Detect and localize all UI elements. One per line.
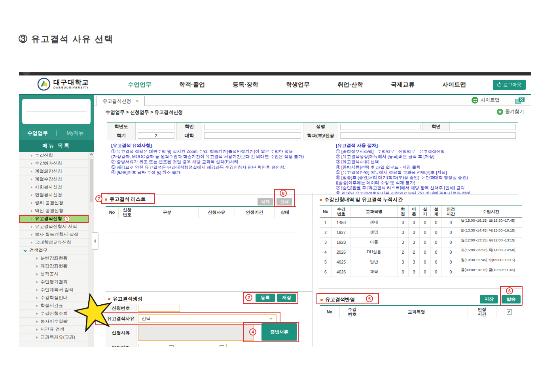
- breadcrumb-row: 수업업무 > 신청업무 > 유고결석신청 즐겨찾기: [94, 106, 531, 117]
- tab-close-icon[interactable]: ×: [136, 98, 138, 104]
- college-input[interactable]: [204, 132, 301, 139]
- send-button[interactable]: 발송: [502, 295, 521, 303]
- nav-item-6[interactable]: 국제교류: [391, 81, 415, 89]
- nav-item-3[interactable]: 등록·장학: [233, 81, 258, 89]
- arrow-right-icon: [36, 281, 38, 283]
- sidebar-item[interactable]: 계절수강신청: [19, 175, 89, 183]
- semester-input[interactable]: [138, 132, 174, 139]
- sidebar-item[interactable]: 수업평가결과: [19, 278, 89, 286]
- sidebar-item[interactable]: 백신 공결신청: [19, 207, 89, 215]
- create-save-button[interactable]: 저장: [277, 294, 296, 302]
- name-input[interactable]: [340, 124, 421, 130]
- arrow-right-icon: [36, 297, 38, 299]
- sidebar-item[interactable]: 수강허가신청: [19, 160, 89, 168]
- notice-line: (가상강좌, MOOC강좌 등 원격수업과 학습기간이 유고결석 허용기간보다 …: [111, 154, 333, 159]
- table-cell: 0: [430, 267, 441, 277]
- collapse-handle[interactable]: [92, 232, 98, 250]
- sidebar-item[interactable]: 시간표 검색: [19, 326, 89, 334]
- reflect-table: No수강 번호교과목명인정 시간: [320, 305, 522, 318]
- sidebar-item-label: 계절수강신청: [35, 176, 62, 182]
- notice-line: ① [종합정보시스템] - 수업업무 - 신청업무 - 유고결석신청: [336, 149, 516, 154]
- sidebar-item[interactable]: 분반강좌현황: [19, 254, 89, 262]
- table-cell: 2: [408, 247, 419, 257]
- reason-select-value: 선택: [142, 316, 151, 322]
- table-cell: 3: [397, 267, 408, 277]
- list-section-title: 유고결석 리스트: [105, 196, 146, 203]
- reflect-save-button[interactable]: 저장: [480, 295, 498, 303]
- sidebar-item[interactable]: 폐강강좌현황: [19, 262, 89, 270]
- attach-button[interactable]: 증빙서류: [261, 323, 297, 341]
- sidebar-item[interactable]: 수강학점안내: [19, 294, 89, 302]
- table-cell: 화(15:00~15:50) 목(14:00~14:50): [460, 247, 522, 257]
- scroll-thumb[interactable]: [90, 159, 93, 202]
- tab-absence-application[interactable]: 유고결석신청 ×: [97, 96, 145, 106]
- table-cell: 0: [430, 237, 441, 247]
- grade-input[interactable]: [452, 124, 516, 130]
- enroll-section-title: 수강신청내역 및 유고결석 누적시간: [320, 196, 403, 203]
- sidebar-tab-mymenu[interactable]: My메뉴: [57, 130, 94, 137]
- academic-year-input[interactable]: [138, 124, 174, 130]
- divider: [313, 193, 313, 347]
- sidebar-item[interactable]: 사회봉사신청: [19, 183, 89, 191]
- application-no-input[interactable]: [138, 305, 180, 312]
- arrow-right-icon: [31, 194, 32, 196]
- header-checkbox[interactable]: [507, 309, 512, 315]
- register-button[interactable]: 등록: [256, 294, 275, 302]
- sitemap-chip[interactable]: 사이트맵: [472, 97, 500, 104]
- calendar-icon[interactable]: [169, 345, 174, 347]
- major-input[interactable]: [340, 132, 516, 139]
- menu-list-title: 메뉴 목록: [19, 140, 94, 152]
- table-cell: 0: [419, 218, 430, 227]
- table-cell: 0: [430, 218, 441, 227]
- window-close-icon[interactable]: [515, 97, 525, 104]
- nav-item-5[interactable]: 취업·산학: [337, 81, 363, 89]
- sidebar-item[interactable]: 수강신청조회: [19, 310, 89, 318]
- user-info-box: [22, 99, 91, 124]
- sidebar-item[interactable]: 생리 공결신청: [19, 199, 89, 207]
- table-cell: 1450: [331, 218, 350, 227]
- sidebar-item[interactable]: 봉사이수열람: [19, 318, 89, 326]
- arrow-right-icon: [31, 241, 32, 244]
- semester-label: 학기: [107, 131, 136, 140]
- sidebar-item[interactable]: 헌혈봉사신청: [19, 191, 89, 199]
- student-no-input[interactable]: [204, 124, 301, 130]
- column-header: No: [106, 207, 118, 218]
- sidebar-item-label: 유고결석신청: [35, 216, 62, 222]
- table-cell: 2026: [331, 247, 350, 257]
- sitemap-icon: [472, 97, 478, 104]
- table-cell: 0: [430, 247, 441, 257]
- sidebar-item[interactable]: 성적공시: [19, 270, 89, 278]
- sidebar-item[interactable]: 유고결석신청서 서식: [19, 223, 89, 231]
- arrow-right-icon: [31, 162, 32, 165]
- sidebar-item[interactable]: 수강신청: [19, 152, 89, 160]
- column-header: 신청사유: [198, 207, 235, 218]
- sidebar-item-label: 계절희망신청: [35, 168, 62, 174]
- sidebar-tab-lecture[interactable]: 수업업무: [19, 130, 56, 137]
- nav-item-7[interactable]: 사이트맵: [442, 81, 466, 89]
- sidebar-item[interactable]: 교과목개요(교과): [19, 334, 89, 341]
- sidebar-item[interactable]: 유고결석신청1: [19, 215, 89, 223]
- scroll-up-icon[interactable]: [90, 153, 93, 156]
- nav-item-4[interactable]: 학생업무: [286, 81, 310, 89]
- delete-button[interactable]: 삭제: [258, 198, 273, 205]
- sidebar-item[interactable]: 계절희망신청: [19, 168, 89, 175]
- sidebar-item-label: 학생시간표: [40, 303, 63, 309]
- university-logo[interactable]: 대구대학교 DAEGUUNIVERSITY: [37, 77, 89, 91]
- power-icon: [497, 83, 501, 87]
- sidebar-item[interactable]: 봉사 활동계획서 작성: [19, 231, 89, 239]
- sidebar-item[interactable]: 검색업무: [19, 247, 89, 254]
- apply-reason-input[interactable]: [138, 325, 254, 341]
- table-cell: 0: [441, 218, 460, 227]
- nav-item-2[interactable]: 학적·졸업: [179, 81, 205, 89]
- sidebar-item[interactable]: 수업계획서 검색: [19, 286, 89, 294]
- table-cell: 0: [419, 228, 430, 237]
- reason-select[interactable]: 선택: [138, 314, 277, 323]
- logout-button[interactable]: 로그아웃: [493, 80, 526, 90]
- nav-item-1[interactable]: 수업업무: [128, 81, 152, 89]
- calendar-icon[interactable]: [220, 345, 224, 347]
- column-header: No: [320, 205, 331, 217]
- sidebar-item[interactable]: 국내학점교류신청: [19, 239, 89, 247]
- print-button[interactable]: 인쇄: [277, 198, 292, 205]
- favorites-chip[interactable]: 즐겨찾기: [497, 108, 524, 115]
- sidebar-item[interactable]: 학생시간표: [19, 302, 89, 310]
